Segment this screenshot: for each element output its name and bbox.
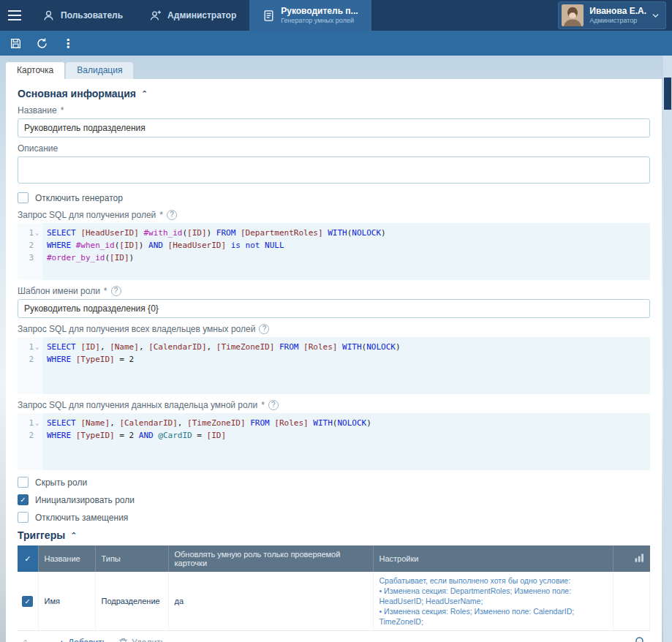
sql-editor-roles[interactable]: 1⌄SELECT [HeadUserID] #with_id([ID]) FRO… [18,223,650,280]
card-content: Карточка Валидация Основная информация ⌃… [6,62,662,642]
table-footer: ⌃ ⌄ + Добавить Удалить [18,631,650,642]
triggers-table: ✓ Название Типы Обновлять умную роль тол… [18,545,650,631]
tab-role-generator[interactable]: Руководитель п... Генератор умных ролей [249,0,371,31]
cell-settings: Срабатывает, если выполнено хотя бы одно… [373,572,614,631]
field-label-name: Название * [18,105,650,116]
more-actions-button[interactable]: ⋮ [57,33,79,53]
fold-spacer [34,353,42,366]
help-icon[interactable]: ? [111,286,121,296]
field-label-description: Описание [18,143,650,154]
avatar [562,4,584,26]
column-header-chart[interactable] [614,545,650,572]
delete-label: Удалить [132,638,165,642]
view-tabs: Карточка Валидация [6,62,662,79]
sql-code: WHERE [TypeID] = 2 AND @CardID = [ID] [42,429,226,442]
top-navigation-bar: Пользователь Администратор Руководитель … [0,0,672,31]
user-role: Администратор [589,17,646,25]
card-form-panel: Основная информация ⌃ Название * Описани… [6,79,662,642]
column-header-settings[interactable]: Настройки [373,545,614,572]
sql-editor-owners[interactable]: 1⌄SELECT [ID], [Name], [CalendarID], [Ti… [18,337,650,394]
tab-admin[interactable]: Администратор [136,0,249,31]
check-icon: ✓ [24,554,31,563]
required-marker: * [261,400,265,410]
help-icon[interactable]: ? [268,400,279,410]
delete-row-button[interactable]: Удалить [118,638,165,642]
name-input[interactable] [18,118,650,137]
field-label-sql-roles: Запрос SQL для получения ролей * ? [18,210,650,220]
tab-sublabel: Генератор умных ролей [281,17,358,25]
refresh-button[interactable] [31,33,53,53]
fold-icon[interactable]: ⌄ [34,417,42,429]
checkbox-icon: ✓ [18,192,29,203]
user-plus-icon [149,10,162,22]
cell-actions [614,572,650,631]
search-icon [635,636,646,642]
checkbox-label: Отключить генератор [35,193,123,203]
section-triggers[interactable]: Триггеры ⌃ [18,529,650,541]
help-icon[interactable]: ? [259,324,269,334]
sql-line: 1⌄SELECT [Name], [CalendarID], [TimeZone… [18,417,650,429]
label-text: Описание [18,143,58,154]
tab-user[interactable]: Пользователь [29,0,136,31]
fold-spacer [34,239,42,252]
description-input[interactable] [18,156,650,184]
sql-editor-owner-data[interactable]: 1⌄SELECT [Name], [CalendarID], [TimeZone… [18,413,650,470]
line-number: 1 [18,227,34,239]
checkbox-hide-roles[interactable]: ✓ Скрыть роли [18,477,650,488]
role-name-template-input[interactable] [18,299,650,318]
settings-line: • Изменена секция: Roles; Изменено поле:… [380,606,608,627]
chevron-down-icon [652,13,659,18]
tab-card[interactable]: Карточка [6,62,64,79]
save-button[interactable] [4,33,26,53]
fold-icon[interactable]: ⌄ [34,341,42,353]
checkbox-icon: ✓ [18,494,29,505]
help-icon[interactable]: ? [167,210,177,220]
required-marker: * [104,286,107,296]
add-row-button[interactable]: + Добавить [58,638,107,642]
user-menu[interactable]: Иванова Е.А. Администратор [558,1,666,29]
settings-line: • Изменена секция: DepartmentRoles; Изме… [380,586,608,606]
row-checkbox-cell[interactable]: ✓ [18,572,38,631]
scrollbar-thumb[interactable] [664,78,671,110]
table-row[interactable]: ✓ Имя Подразделение да Срабатывает, если… [18,572,650,631]
vertical-scrollbar[interactable] [663,56,672,642]
move-up-icon[interactable]: ⌃ [22,638,29,642]
section-title: Основная информация [18,88,136,99]
checkbox-label: Инициализировать роли [35,495,135,505]
fold-icon[interactable]: ⌄ [34,227,42,239]
section-main-info[interactable]: Основная информация ⌃ [18,88,650,99]
line-number: 1 [18,341,34,353]
search-button[interactable] [635,636,646,642]
column-header-types[interactable]: Типы [95,545,168,572]
sql-line: 1⌄SELECT [HeadUserID] #with_id([ID]) FRO… [18,227,650,239]
checkbox-icon: ✓ [18,477,29,488]
field-label-sql-owners: Запрос SQL для получения всех владельцев… [18,324,650,334]
checkbox-icon: ✓ [22,596,33,607]
save-icon [10,37,22,50]
checkbox-disable-generator[interactable]: ✓ Отключить генератор [18,192,650,203]
required-marker: * [159,210,163,220]
tab-label: Руководитель п... [281,6,358,17]
column-header-name[interactable]: Название [38,545,95,572]
label-text: Шаблон имени роли [18,286,100,296]
tab-validation[interactable]: Валидация [66,62,133,79]
cell-update-only: да [168,572,373,631]
checkbox-init-roles[interactable]: ✓ Инициализировать роли [18,494,650,505]
menu-icon[interactable] [0,0,29,31]
line-number: 3 [18,252,34,264]
kebab-icon: ⋮ [62,37,74,50]
tab-label: Пользователь [61,10,123,20]
select-all-checkbox[interactable]: ✓ [18,545,38,572]
card-toolbar: ⋮ [0,31,672,56]
fold-spacer [34,429,42,442]
cell-name: Имя [38,572,95,631]
collapse-icon: ⌃ [70,531,77,540]
plus-icon: + [58,638,64,642]
sql-code: SELECT [HeadUserID] #with_id([ID]) FROM … [42,227,386,239]
move-down-icon[interactable]: ⌄ [40,638,47,642]
checkbox-disable-substitution[interactable]: ✓ Отключить замещения [18,512,650,523]
sql-line: 2WHERE #when_id([ID]) AND [HeadUserID] i… [18,239,650,252]
refresh-icon [36,37,48,50]
label-text: Запрос SQL для получения данных владельц… [18,400,257,410]
column-header-update-only[interactable]: Обновлять умную роль только проверяемой … [168,545,373,572]
